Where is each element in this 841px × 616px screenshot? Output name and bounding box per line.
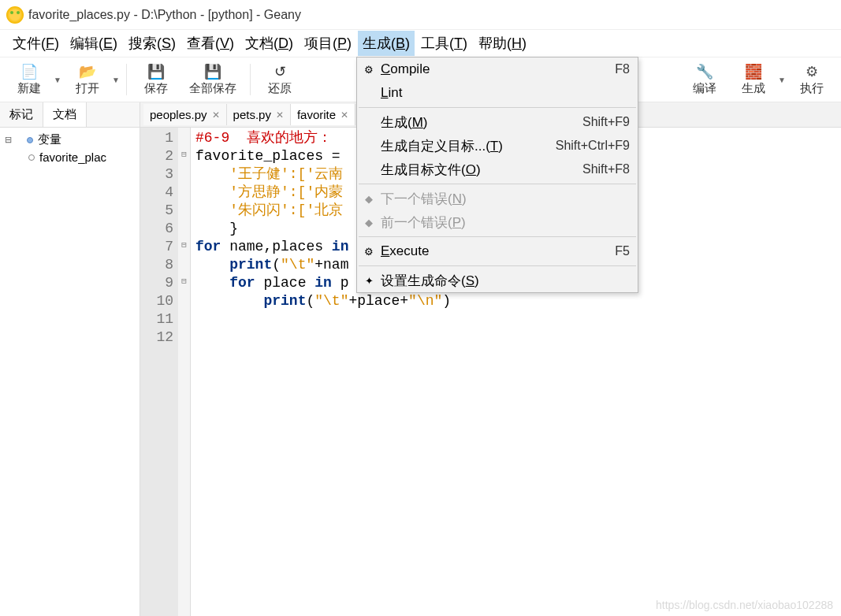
compile-icon: 🔧 (696, 64, 713, 80)
menu-item[interactable]: ⚙ExecuteF5 (357, 239, 638, 263)
file-icon: 📄 (20, 64, 38, 80)
new-button[interactable]: 📄新建 (5, 58, 54, 101)
file-tabs: peoples.py✕pets.py✕favorite✕ (140, 102, 355, 127)
menu-icon: ✦ (362, 275, 376, 287)
save-button[interactable]: 💾保存 (132, 58, 180, 101)
separator (126, 64, 127, 95)
compile-button[interactable]: 🔧编译 (680, 58, 729, 101)
fold-gutter[interactable]: ⊟ ⊟ ⊟ (178, 128, 191, 616)
menu-separator (359, 236, 636, 237)
menu-item[interactable]: ✦设置生成命令(S) (357, 269, 638, 292)
close-icon[interactable]: ✕ (212, 109, 220, 121)
saveall-icon: 💾 (204, 64, 221, 80)
tree-label: 变量 (38, 132, 61, 147)
saveall-button[interactable]: 💾全部保存 (180, 58, 245, 101)
separator (250, 64, 251, 95)
menu-icon: ◆ (362, 217, 376, 228)
menu-item[interactable]: 生成(B) (358, 31, 415, 56)
menu-item[interactable]: 文件(F) (8, 31, 64, 56)
menu-separator (359, 265, 636, 266)
revert-button[interactable]: ↺还原 (255, 58, 304, 101)
close-icon[interactable]: ✕ (276, 109, 284, 121)
file-tab[interactable]: favorite✕ (291, 104, 355, 125)
side-tabs: 标记 文档 (0, 102, 140, 127)
menu-item[interactable]: 生成(M)Shift+F9 (357, 110, 638, 134)
execute-button[interactable]: ⚙执行 (787, 58, 836, 101)
menu-bar: 文件(F)编辑(E)搜索(S)查看(V)文档(D)项目(P)生成(B)工具(T)… (0, 30, 841, 57)
menu-item[interactable]: 搜索(S) (124, 31, 180, 56)
bullet-icon (27, 137, 33, 143)
folder-icon: 📂 (79, 64, 96, 80)
gear-icon: ⚙ (803, 64, 821, 80)
menu-item[interactable]: 查看(V) (182, 31, 239, 56)
build-menu-dropdown: ⚙CompileF8Lint生成(M)Shift+F9生成自定义目标...(T)… (356, 57, 638, 293)
menu-item: ◆下一个错误(N) (357, 187, 638, 210)
collapse-icon[interactable]: ⊟ (5, 135, 14, 145)
tree-child[interactable]: favorite_plac (5, 149, 135, 165)
dropdown-icon[interactable]: ▼ (54, 76, 63, 84)
menu-separator (359, 184, 636, 184)
tree-label: favorite_plac (39, 150, 106, 164)
bullet-icon (28, 154, 35, 161)
menu-separator (359, 107, 636, 108)
close-icon[interactable]: ✕ (340, 109, 348, 121)
window-title: favorite_places.py - D:\Python - [python… (28, 8, 301, 22)
menu-item[interactable]: 编辑(E) (65, 31, 122, 56)
tree-root[interactable]: ⊟ 变量 (5, 131, 135, 149)
revert-icon: ↺ (271, 64, 288, 80)
watermark: https://blog.csdn.net/xiaobao102288 (656, 599, 833, 611)
dropdown-icon[interactable]: ▼ (112, 76, 121, 84)
menu-item[interactable]: 文档(D) (240, 31, 298, 56)
sidebar: ⊟ 变量 favorite_plac (0, 128, 140, 616)
menu-item[interactable]: 工具(T) (416, 31, 472, 56)
build-button[interactable]: 🧱生成 (729, 58, 778, 101)
menu-item[interactable]: 帮助(H) (474, 31, 531, 56)
menu-item[interactable]: ⚙CompileF8 (357, 58, 638, 81)
menu-item[interactable]: 项目(P) (300, 31, 356, 56)
side-tab-markers[interactable]: 标记 (0, 102, 43, 127)
file-tab[interactable]: pets.py✕ (227, 104, 291, 125)
menu-item[interactable]: 生成自定义目标...(T)Shift+Ctrl+F9 (357, 134, 638, 158)
build-icon: 🧱 (745, 64, 762, 80)
menu-icon: ⚙ (362, 64, 376, 76)
menu-item: ◆前一个错误(P) (357, 210, 638, 234)
dropdown-icon[interactable]: ▼ (778, 76, 787, 84)
save-icon: 💾 (147, 64, 165, 80)
menu-icon: ⚙ (362, 246, 376, 258)
title-bar: favorite_places.py - D:\Python - [python… (0, 0, 841, 30)
file-tab[interactable]: peoples.py✕ (143, 104, 227, 125)
menu-icon: ◆ (362, 193, 376, 205)
line-gutter: 123456789101112 (140, 128, 178, 616)
open-button[interactable]: 📂打开 (63, 58, 112, 101)
side-tab-documents[interactable]: 文档 (43, 102, 87, 127)
app-icon (6, 6, 24, 24)
menu-item[interactable]: Lint (357, 81, 638, 105)
menu-item[interactable]: 生成目标文件(O)Shift+F8 (357, 158, 638, 181)
